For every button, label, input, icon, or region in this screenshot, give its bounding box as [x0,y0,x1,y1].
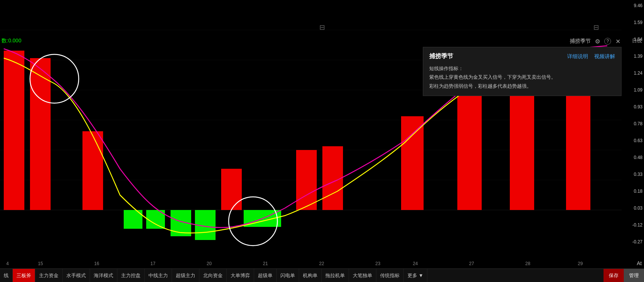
tab-dabi-du[interactable]: 大笔独单 [349,269,376,282]
tab-chaoji-dan[interactable]: 超级单 [254,269,277,282]
tooltip-links: 详细说明 视频讲解 [567,53,615,60]
y-axis: 9.46 1.59 1.54 1.39 1.24 1.09 0.93 0.78 … [624,0,643,248]
tooltip-header: 捕捞季节 详细说明 视频讲解 [429,52,615,60]
right-icon[interactable]: ⊟ [593,23,599,32]
save-button[interactable]: 保存 [604,269,624,282]
svg-rect-8 [4,51,24,210]
tab-shandian[interactable]: 闪电单 [277,269,299,282]
svg-rect-22 [244,210,262,227]
top-value-label: 数:0.000 [1,38,21,44]
tab-dadan-boyi[interactable]: 大单博弈 [227,269,254,282]
date-23: 23 [375,261,380,266]
tab-zhuli-kongpan[interactable]: 主力控盘 [117,269,145,282]
video-link[interactable]: 视频讲解 [594,53,615,60]
date-21: 21 [263,261,268,266]
chart-toolbar: 捕捞季节 ⚙ ? ✕ [570,38,622,45]
chart-container: 数:0.000 ⊟ ⊟ 9.46 1.59 1.54 1.39 1.24 1.0… [0,0,644,282]
chart-svg [0,0,622,248]
settings-icon[interactable]: ⚙ [594,38,601,45]
date-17: 17 [150,261,155,266]
day-indicator: 日线 [632,38,642,44]
tab-beixiang[interactable]: 北向资金 [199,269,227,282]
tab-jigou[interactable]: 机构单 [299,269,322,282]
tab-zhongxian[interactable]: 中线主力 [145,269,172,282]
tooltip-line1: 短线操作指标： [429,64,615,73]
tooltip-line3: 彩柱为趋势强弱信号，彩柱越多代表趋势越强。 [429,82,615,90]
date-29: 29 [578,261,583,266]
tooltip-popup: 捕捞季节 详细说明 视频讲解 短线操作指标： 紫色线上穿黄色线为金叉买入信号，下… [423,47,622,96]
date-24: 24 [413,261,418,266]
tab-line[interactable]: 线 [0,269,13,282]
tab-more[interactable]: 更多 ▼ [404,269,427,282]
center-icon[interactable]: ⊟ [319,23,325,32]
detail-link[interactable]: 详细说明 [567,53,588,60]
help-icon[interactable]: ? [604,38,611,45]
svg-rect-11 [221,169,242,210]
chart-toolbar-title: 捕捞季节 [570,38,591,45]
tooltip-line2: 紫色线上穿黄色线为金叉买入信号，下穿为死叉卖出信号。 [429,73,615,81]
date-20: 20 [207,261,211,266]
tooltip-title: 捕捞季节 [429,52,453,60]
close-icon[interactable]: ✕ [614,38,622,45]
at-label: At [637,260,642,266]
date-15: 15 [38,261,43,266]
svg-rect-12 [296,150,317,210]
date-4: 4 [6,261,9,266]
date-bar: 4 15 16 17 20 21 22 23 24 27 28 29 [0,260,622,268]
tab-sanban[interactable]: 三板斧 [13,269,35,282]
tab-chaoji-zhuli[interactable]: 超级主力 [172,269,199,282]
tab-chuantong[interactable]: 传统指标 [376,269,404,282]
date-22: 22 [319,261,324,266]
manage-button[interactable]: 管理 [624,269,644,282]
svg-rect-9 [30,58,51,210]
svg-rect-13 [322,146,343,210]
date-27: 27 [469,261,474,266]
tab-haiyang[interactable]: 海洋模式 [90,269,117,282]
tab-zhulizijin[interactable]: 主力资金 [35,269,63,282]
date-16: 16 [94,261,99,266]
bottom-bar: 线 三板斧 主力资金 水手模式 海洋模式 主力控盘 中线主力 超级主力 北向资金… [0,268,644,282]
tab-tuolaji[interactable]: 拖拉机单 [322,269,349,282]
tab-shuishou[interactable]: 水手模式 [63,269,90,282]
tooltip-body: 短线操作指标： 紫色线上穿黄色线为金叉买入信号，下穿为死叉卖出信号。 彩柱为趋势… [429,64,615,90]
svg-rect-14 [401,116,424,210]
date-28: 28 [525,261,530,266]
svg-rect-10 [82,131,103,210]
